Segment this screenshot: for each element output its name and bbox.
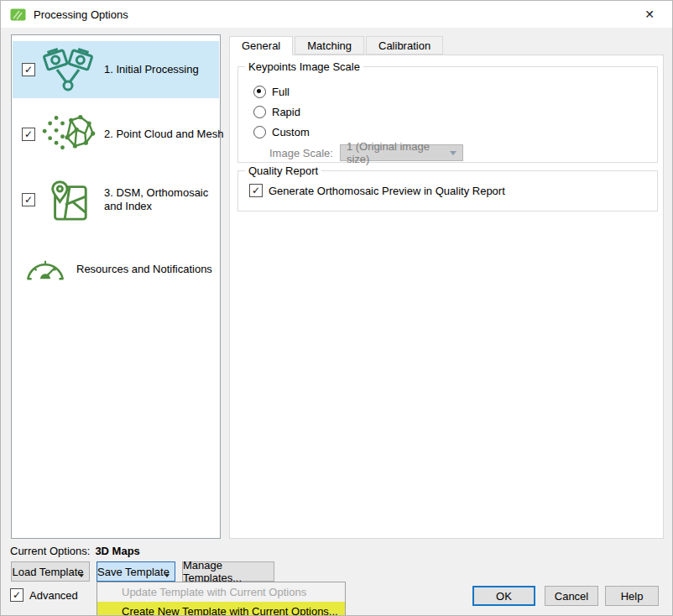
image-scale-value: 1 (Original image size) — [347, 140, 450, 165]
tab-general[interactable]: General — [229, 36, 293, 55]
image-scale-row: Image Scale: 1 (Original image size) — [269, 144, 463, 161]
advanced-label: Advanced — [29, 589, 78, 602]
cancel-button[interactable]: Cancel — [545, 586, 598, 606]
close-icon[interactable]: ✕ — [635, 1, 664, 28]
current-options-label: Current Options: — [10, 545, 90, 557]
window-title: Processing Options — [34, 8, 128, 21]
options-tab-bar: General Matching Calibration — [229, 36, 445, 55]
help-label: Help — [621, 590, 644, 603]
sidebar-item-point-cloud-mesh[interactable]: 2. Point Cloud and Mesh — [13, 107, 219, 162]
tab-matching[interactable]: Matching — [295, 36, 364, 55]
manage-templates-label: Manage Templates... — [183, 559, 274, 584]
ok-label: OK — [496, 590, 512, 603]
cameras-icon — [39, 46, 97, 93]
radio-custom-control[interactable] — [253, 126, 266, 138]
quality-report-group: Quality Report Generate Orthomosaic Prev… — [237, 170, 658, 211]
generate-preview-label: Generate Orthomosaic Preview in Quality … — [269, 185, 505, 197]
sidebar-item-initial-processing[interactable]: 1. Initial Processing — [13, 41, 219, 98]
group-title: Quality Report — [245, 164, 321, 177]
initial-processing-checkbox[interactable] — [22, 63, 35, 76]
sidebar-item-label: 3. DSM, Orthomosaic and Index — [104, 186, 219, 214]
dropdown-arrow-icon — [79, 574, 84, 577]
current-options-value: 3D Maps — [95, 545, 139, 557]
processing-steps-panel: 1. Initial Processing — [11, 34, 221, 539]
general-tab-pane: Keypoints Image Scale Full Rapid Custom … — [229, 55, 664, 539]
radio-rapid[interactable]: Rapid — [253, 106, 300, 118]
current-options-line: Current Options:3D Maps — [10, 545, 140, 557]
cancel-label: Cancel — [555, 590, 588, 603]
group-title: Keypoints Image Scale — [245, 60, 363, 73]
point-cloud-mesh-icon — [39, 112, 97, 156]
processing-options-dialog: Processing Options ✕ — [0, 0, 673, 616]
manage-templates-button[interactable]: Manage Templates... — [182, 561, 274, 582]
chevron-down-icon — [450, 151, 456, 155]
gauge-icon — [24, 254, 66, 285]
sidebar-item-label: 2. Point Cloud and Mesh — [104, 128, 223, 141]
radio-custom[interactable]: Custom — [253, 126, 310, 138]
radio-full[interactable]: Full — [253, 86, 290, 98]
app-logo-icon — [10, 8, 26, 21]
keypoints-image-scale-group: Keypoints Image Scale Full Rapid Custom … — [237, 66, 658, 163]
image-scale-dropdown[interactable]: 1 (Original image size) — [340, 144, 463, 161]
dsm-checkbox[interactable] — [22, 193, 35, 206]
save-template-label: Save Template — [97, 566, 170, 578]
sidebar-item-dsm-orthomosaic[interactable]: 3. DSM, Orthomosaic and Index — [13, 168, 219, 232]
sidebar-item-label: Resources and Notifications — [76, 263, 212, 276]
generate-preview-checkbox[interactable] — [249, 184, 263, 197]
advanced-checkbox[interactable] — [10, 588, 23, 602]
radio-full-control[interactable] — [253, 86, 266, 98]
radio-custom-label: Custom — [272, 126, 310, 138]
save-template-menu: Update Template with Current Options Cre… — [97, 582, 346, 616]
radio-full-label: Full — [272, 86, 290, 98]
help-button[interactable]: Help — [605, 586, 659, 606]
tab-calibration[interactable]: Calibration — [366, 36, 443, 55]
image-scale-label: Image Scale: — [269, 147, 333, 159]
advanced-option[interactable]: Advanced — [10, 588, 78, 602]
save-template-button[interactable]: Save Template — [97, 561, 175, 582]
menu-item-update-template: Update Template with Current Options — [97, 582, 345, 602]
radio-rapid-label: Rapid — [272, 106, 300, 118]
load-template-button[interactable]: Load Template — [11, 561, 90, 582]
map-pin-icon — [39, 175, 97, 224]
load-template-label: Load Template — [12, 566, 83, 578]
sidebar-item-resources-notifications[interactable]: Resources and Notifications — [13, 245, 219, 294]
dropdown-arrow-icon — [164, 574, 170, 577]
sidebar-item-label: 1. Initial Processing — [104, 63, 199, 76]
generate-preview-option[interactable]: Generate Orthomosaic Preview in Quality … — [249, 184, 505, 197]
title-bar: Processing Options ✕ — [1, 1, 672, 28]
menu-item-create-new-template[interactable]: Create New Template with Current Options… — [97, 602, 345, 616]
radio-rapid-control[interactable] — [253, 106, 266, 118]
ok-button[interactable]: OK — [472, 586, 535, 606]
point-cloud-checkbox[interactable] — [22, 128, 35, 141]
